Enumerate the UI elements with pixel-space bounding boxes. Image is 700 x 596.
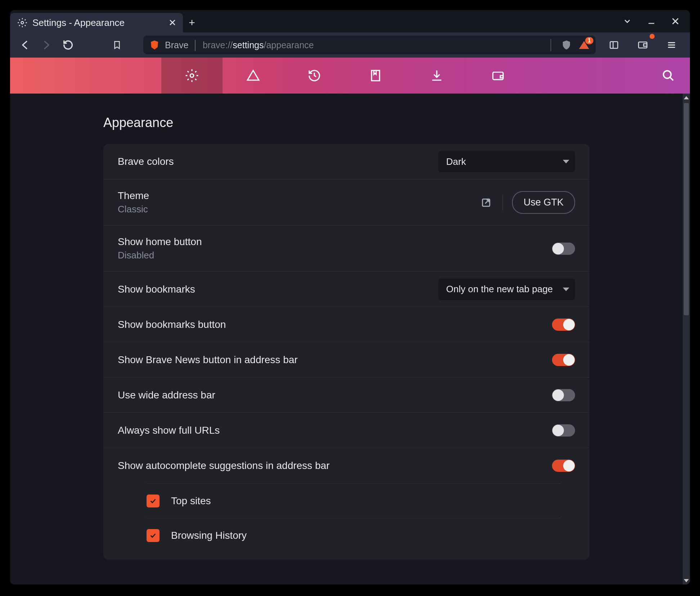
row-label: Show bookmarks: [118, 284, 195, 295]
use-gtk-button[interactable]: Use GTK: [512, 191, 575, 214]
address-path-prefix: brave://: [203, 40, 233, 50]
row-label: Show Brave News button in address bar: [118, 354, 298, 366]
autocomplete-toggle[interactable]: [552, 460, 575, 472]
gear-icon: [17, 18, 27, 28]
row-bookmarks-button: Show bookmarks button: [103, 307, 589, 342]
row-sublabel: Disabled: [118, 250, 202, 261]
row-news-button: Show Brave News button in address bar: [103, 342, 589, 377]
row-label: Use wide address bar: [118, 389, 215, 401]
settings-content: Appearance Brave colors Dark Theme Class…: [10, 94, 683, 584]
nav-settings[interactable]: [161, 58, 223, 94]
settings-navbar: [10, 58, 690, 94]
row-label: Always show full URLs: [118, 425, 220, 436]
nav-downloads[interactable]: [406, 58, 467, 94]
bookmark-button[interactable]: [107, 35, 127, 55]
nav-back-button[interactable]: [15, 35, 35, 55]
svg-line-14: [670, 77, 673, 81]
new-tab-button[interactable]: +: [183, 13, 201, 32]
rewards-badge-count: 1: [585, 37, 593, 44]
nav-forward-button[interactable]: [37, 35, 56, 55]
scrollbar[interactable]: [683, 94, 690, 584]
row-brave-colors: Brave colors Dark: [103, 144, 589, 179]
appearance-panel: Brave colors Dark Theme Classic: [103, 144, 589, 560]
open-external-icon[interactable]: [479, 196, 493, 209]
show-bookmarks-select[interactable]: Only on the new tab page: [438, 279, 575, 300]
wallet-icon[interactable]: [633, 35, 652, 55]
app-menu-icon[interactable]: [662, 35, 681, 55]
window-minimize-icon[interactable]: [647, 17, 656, 26]
nav-search-button[interactable]: [647, 58, 690, 94]
row-label: Show bookmarks button: [118, 319, 226, 330]
brave-lion-icon: [149, 40, 160, 50]
browser-tab[interactable]: Settings - Appearance ✕: [10, 13, 183, 32]
nav-history[interactable]: [284, 58, 345, 94]
scrollbar-thumb[interactable]: [684, 103, 689, 315]
svg-point-13: [664, 71, 671, 78]
news-button-toggle[interactable]: [552, 354, 575, 366]
shields-icon[interactable]: [561, 39, 572, 51]
svg-rect-2: [610, 42, 618, 49]
address-path-mid: settings: [233, 40, 264, 50]
sidebar-toggle-icon[interactable]: [604, 35, 624, 55]
tab-close-icon[interactable]: ✕: [169, 17, 176, 28]
wide-address-toggle[interactable]: [552, 389, 575, 401]
window-controls: ✕: [623, 10, 690, 32]
top-sites-checkbox[interactable]: [147, 495, 160, 507]
row-wide-address-bar: Use wide address bar: [103, 377, 589, 412]
row-full-urls: Always show full URLs: [103, 412, 589, 448]
svg-point-9: [190, 74, 194, 77]
svg-marker-10: [247, 71, 259, 80]
nav-wallet[interactable]: [467, 58, 529, 94]
row-label: Brave colors: [118, 156, 174, 167]
tab-title: Settings - Appearance: [32, 17, 125, 28]
svg-point-0: [21, 22, 24, 24]
row-label: Show home button: [118, 236, 202, 248]
top-sites-label: Top sites: [171, 495, 211, 507]
rewards-icon[interactable]: 1: [578, 40, 590, 50]
page-title: Appearance: [103, 115, 589, 130]
svg-rect-4: [638, 42, 647, 48]
svg-rect-5: [643, 44, 647, 46]
row-sublabel: Classic: [118, 204, 149, 215]
caret-down-icon: [563, 160, 569, 163]
reload-button[interactable]: [58, 35, 78, 55]
row-label: Theme: [118, 190, 149, 202]
address-bar[interactable]: Brave │ brave://settings/appearance │ 1: [143, 36, 596, 54]
row-label: Show autocomplete suggestions in address…: [118, 460, 329, 471]
row-show-bookmarks: Show bookmarks Only on the new tab page: [103, 271, 589, 307]
window-close-icon[interactable]: ✕: [671, 15, 680, 28]
scroll-down-icon[interactable]: [683, 577, 690, 584]
autocomplete-sublist: Top sites Browsing History: [118, 483, 575, 560]
history-checkbox[interactable]: [147, 529, 160, 542]
nav-rewards[interactable]: [223, 58, 284, 94]
address-path-suffix: /appearance: [264, 40, 314, 50]
row-theme: Theme Classic Use GTK: [103, 179, 589, 225]
home-button-toggle[interactable]: [552, 243, 575, 255]
nav-bookmarks[interactable]: [345, 58, 406, 94]
bookmarks-button-toggle[interactable]: [552, 319, 575, 331]
brave-colors-select[interactable]: Dark: [438, 151, 575, 172]
titlebar: Settings - Appearance ✕ + ✕: [10, 10, 690, 32]
suggestion-top-sites: Top sites: [147, 483, 561, 518]
history-label: Browsing History: [171, 530, 247, 541]
browser-toolbar: Brave │ brave://settings/appearance │ 1: [10, 32, 690, 58]
row-autocomplete: Show autocomplete suggestions in address…: [103, 448, 589, 560]
chevron-down-icon[interactable]: [623, 17, 632, 26]
caret-down-icon: [563, 288, 569, 291]
full-urls-toggle[interactable]: [552, 424, 575, 437]
scroll-up-icon[interactable]: [683, 94, 690, 101]
suggestion-history: Browsing History: [147, 518, 561, 552]
address-origin-label: Brave: [165, 40, 188, 50]
row-home-button: Show home button Disabled: [103, 225, 589, 271]
